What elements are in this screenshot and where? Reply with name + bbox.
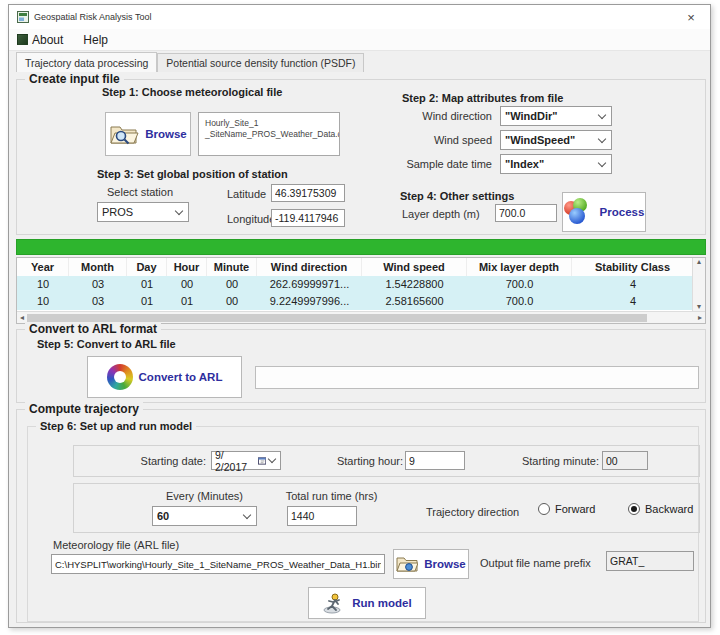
met-arl-file-label: Meteorology file (ARL file) <box>53 539 179 551</box>
chevron-down-icon <box>175 206 183 214</box>
step6-title: Step 6: Set up and run model <box>36 420 196 432</box>
col-header-month[interactable]: Month <box>69 258 127 276</box>
menu-about[interactable]: About <box>17 33 71 47</box>
latitude-label: Latitude <box>227 188 266 200</box>
convert-progress-bar <box>255 366 699 389</box>
cell-mix-layer-depth: 700.0 <box>467 293 572 310</box>
col-header-wind-direction[interactable]: Wind direction <box>257 258 362 276</box>
cell-wind-speed: 2.58165600 <box>362 293 467 310</box>
browse-met-file-button[interactable]: Browse <box>105 112 191 156</box>
wind-direction-select[interactable]: "WindDir" <box>500 106 612 126</box>
wind-speed-select[interactable]: "WindSpeed" <box>500 130 612 150</box>
scroll-up-icon[interactable]: ▴ <box>697 258 701 266</box>
tab-psdf[interactable]: Potential source density function (PSDF) <box>157 53 364 72</box>
wind-direction-label: Wind direction <box>367 110 492 122</box>
col-header-minute[interactable]: Minute <box>207 258 257 276</box>
scroll-right-icon[interactable]: ▸ <box>698 314 702 322</box>
longitude-input[interactable] <box>271 209 345 227</box>
progress-bar-complete <box>16 239 706 255</box>
cell-month: 03 <box>69 276 127 293</box>
every-minutes-value: 60 <box>157 510 240 522</box>
cell-wind-direction: 262.69999971... <box>257 276 362 293</box>
col-header-stability-class[interactable]: Stability Class <box>572 258 694 276</box>
backward-radio-label: Backward <box>645 503 693 515</box>
station-value: PROS <box>102 206 172 218</box>
col-header-mix-layer-depth[interactable]: Mix layer depth <box>467 258 572 276</box>
app-icon <box>17 11 29 23</box>
group-compute-label: Compute trajectory <box>25 402 143 416</box>
step2-title: Step 2: Map attributes from file <box>402 92 563 104</box>
table-row[interactable]: 10 03 01 01 00 9.2249997996... 2.5816560… <box>17 293 694 310</box>
col-header-year[interactable]: Year <box>17 258 69 276</box>
cell-year: 10 <box>17 276 69 293</box>
tab-strip: Trajectory data processing Potential sou… <box>9 51 710 72</box>
cell-year: 10 <box>17 293 69 310</box>
menu-bar: About Help <box>9 29 710 51</box>
cell-wind-direction: 9.2249997996... <box>257 293 362 310</box>
starting-date-label: Starting date: <box>104 455 206 467</box>
forward-radio-label: Forward <box>555 503 595 515</box>
trajectory-direction-label: Trajectory direction <box>426 506 519 518</box>
folder-search-icon <box>109 122 139 146</box>
chevron-down-icon <box>598 158 606 166</box>
scroll-left-icon[interactable]: ◂ <box>20 314 24 322</box>
layer-depth-input[interactable] <box>495 204 557 222</box>
process-button[interactable]: Process <box>562 192 646 232</box>
step4-title: Step 4: Other settings <box>400 190 514 202</box>
cell-hour: 00 <box>167 276 207 293</box>
start-time-panel: Starting date: 9/ 2/2017 Starting hour: … <box>73 445 700 477</box>
col-header-day[interactable]: Day <box>127 258 167 276</box>
met-arl-file-input[interactable] <box>51 554 385 574</box>
convert-to-arl-button[interactable]: Convert to ARL <box>87 356 242 398</box>
starting-date-picker[interactable]: 9/ 2/2017 <box>211 451 281 470</box>
station-select[interactable]: PROS <box>97 202 189 222</box>
menu-help[interactable]: Help <box>71 33 116 47</box>
radio-unchecked-icon <box>538 503 550 515</box>
met-file-name-display: Hourly_Site_1 _SiteName_PROS_Weather_Dat… <box>198 112 340 156</box>
latitude-input[interactable] <box>271 184 345 202</box>
scroll-down-icon[interactable]: ▾ <box>697 303 701 311</box>
forward-radio[interactable]: Forward <box>538 503 595 515</box>
group-create-input-file: Create input file Step 1: Choose meteoro… <box>16 79 706 235</box>
run-model-button[interactable]: Run model <box>308 587 426 619</box>
horizontal-scroll-thumb[interactable] <box>27 314 647 322</box>
col-header-hour[interactable]: Hour <box>167 258 207 276</box>
cell-day: 01 <box>127 293 167 310</box>
chevron-down-icon <box>268 455 276 463</box>
table-row[interactable]: 10 03 01 00 00 262.69999971... 1.5422880… <box>17 276 694 293</box>
run-model-label: Run model <box>352 597 411 609</box>
sample-date-time-value: "Index" <box>505 158 595 170</box>
sample-date-time-label: Sample date time <box>367 158 492 170</box>
sample-date-time-select[interactable]: "Index" <box>500 154 612 174</box>
folder-icon <box>396 555 418 573</box>
close-icon[interactable]: × <box>680 10 702 25</box>
tab-trajectory-data-processing[interactable]: Trajectory data processing <box>16 52 157 72</box>
cell-month: 03 <box>69 293 127 310</box>
cell-day: 01 <box>127 276 167 293</box>
cell-stability-class: 4 <box>572 293 694 310</box>
run-settings-panel: Every (Minutes) 60 Total run time (hrs) … <box>73 483 700 533</box>
cell-stability-class: 4 <box>572 276 694 293</box>
output-prefix-input[interactable] <box>606 551 694 571</box>
col-header-wind-speed[interactable]: Wind speed <box>362 258 467 276</box>
browse-arl-file-label: Browse <box>424 558 466 570</box>
group-compute-trajectory: Compute trajectory Step 6: Set up and ru… <box>16 409 706 623</box>
convert-to-arl-label: Convert to ARL <box>139 371 223 383</box>
starting-hour-input[interactable] <box>405 451 465 470</box>
cell-minute: 00 <box>207 276 257 293</box>
vertical-scrollbar[interactable]: ▴ ▾ <box>692 258 705 311</box>
menu-help-label: Help <box>83 33 108 47</box>
every-minutes-select[interactable]: 60 <box>152 506 257 526</box>
browse-met-file-label: Browse <box>145 128 187 140</box>
step1-title: Step 1: Choose meteorological file <box>102 86 282 98</box>
total-run-time-input[interactable] <box>287 506 357 526</box>
backward-radio[interactable]: Backward <box>628 503 693 515</box>
chevron-down-icon <box>598 134 606 142</box>
chevron-down-icon <box>243 510 251 518</box>
browse-arl-file-button[interactable]: Browse <box>393 549 469 579</box>
total-run-time-label: Total run time (hrs) <box>274 490 389 502</box>
select-station-label: Select station <box>107 186 173 198</box>
table-header-row: Year Month Day Hour Minute Wind directio… <box>17 258 694 276</box>
process-label: Process <box>600 206 645 218</box>
weather-data-table: Year Month Day Hour Minute Wind directio… <box>16 257 706 324</box>
